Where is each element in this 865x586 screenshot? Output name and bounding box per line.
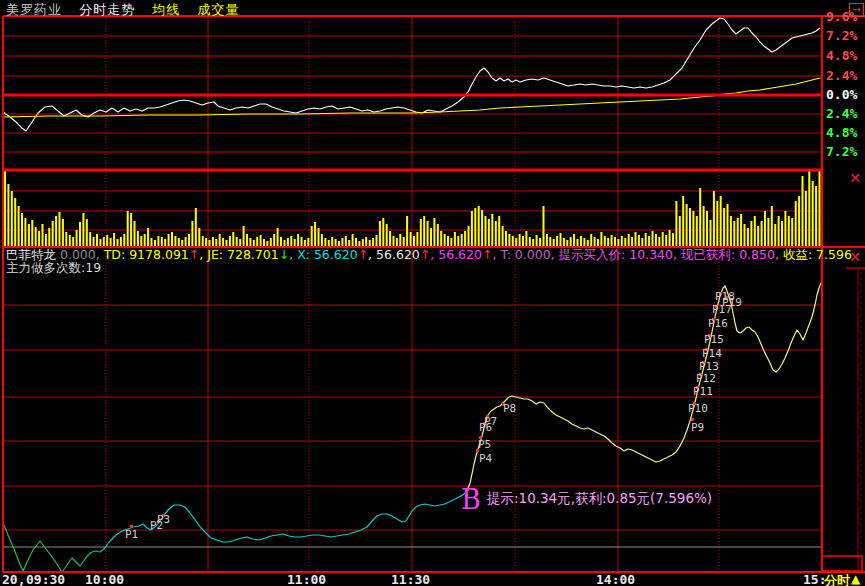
- percent-tick-label: 7.2%: [826, 28, 857, 43]
- point-label-p1: P1: [125, 528, 138, 541]
- time-tick-label: 20,: [2, 572, 25, 586]
- pane-borders: [3, 16, 865, 572]
- indicator-header-part: ↑: [189, 247, 199, 262]
- title-bar: 美罗药业 分时走势 均线 成交量: [6, 1, 251, 19]
- point-label-p4: P4: [479, 452, 492, 465]
- indicator-header-part: , JE: 728.701: [199, 247, 278, 262]
- point-label-p16: P16: [708, 317, 728, 330]
- indicator-header-part: 收益: 7.596: [779, 247, 852, 262]
- close-volume-pane-icon[interactable]: ✕: [847, 170, 863, 186]
- point-label-p9: P9: [691, 421, 704, 434]
- point-label-p11: P11: [693, 385, 713, 398]
- indicator-header-part: 提示买入价: 10.340,: [555, 247, 677, 262]
- ma-toggle-label[interactable]: 均线: [152, 2, 180, 17]
- time-tick-label: 09:30: [26, 572, 65, 586]
- fenshi-label[interactable]: 分时: [824, 572, 850, 586]
- buy-tip-text: 提示:10.34元,获利:0.85元(7.596%): [487, 490, 712, 508]
- indicator-header-part: , T: 0.000,: [492, 247, 554, 262]
- triangle-up-icon[interactable]: ▲: [851, 572, 860, 586]
- point-label-p13: P13: [699, 360, 719, 373]
- stock-name-label: 美罗药业: [6, 2, 62, 17]
- indicator-header-part: ↑: [358, 247, 368, 262]
- percent-tick-label: 0.0%: [826, 87, 857, 102]
- time-tick-label: 15:: [803, 572, 826, 586]
- indicator-header-part: ↑: [482, 247, 492, 262]
- time-tick-label: 14:00: [596, 572, 635, 586]
- point-label-p8: P8: [503, 402, 516, 415]
- indicator-header-part: , 56.620: [368, 247, 420, 262]
- point-label-p12: P12: [696, 372, 716, 385]
- percent-tick-label: 9.6%: [826, 9, 857, 24]
- indicator-header-part: ↑: [420, 247, 430, 262]
- volume-toggle-label[interactable]: 成交量: [197, 2, 239, 17]
- point-label-p19: P19: [722, 296, 742, 309]
- indicator-line2: 主力做多次数:19: [6, 260, 101, 277]
- indicator-header-part: , X: 56.620: [289, 247, 357, 262]
- point-label-p10: P10: [688, 402, 708, 415]
- point-label-p7: P7: [484, 415, 497, 428]
- point-label-p5: P5: [478, 438, 491, 451]
- time-tick-label: 11:30: [391, 572, 430, 586]
- point-label-p14: P14: [702, 347, 722, 360]
- indicator-header-part: , 56.620: [430, 247, 482, 262]
- chart-canvas[interactable]: [0, 0, 865, 586]
- view-mode-label[interactable]: 分时走势: [79, 2, 135, 17]
- indicator-header: 巴菲特龙 0.000, TD: 9178.091↑, JE: 728.701↓,…: [6, 247, 852, 264]
- indicator-header-part: TD: 9178.091: [100, 247, 189, 262]
- time-tick-label: 11:00: [287, 572, 326, 586]
- stock-app-window: 美罗药业 分时走势 均线 成交量 → 9.6%7.2%4.8%2.4%0.0%2…: [0, 0, 865, 586]
- point-label-p3: P3: [157, 513, 170, 526]
- percent-tick-label: 7.2%: [826, 144, 857, 159]
- percent-tick-label: 2.4%: [826, 106, 857, 121]
- indicator-header-part: ↓: [279, 247, 289, 262]
- percent-tick-label: 2.4%: [826, 68, 857, 83]
- percent-tick-label: 4.8%: [826, 48, 857, 63]
- time-tick-label: 10:00: [85, 572, 124, 586]
- point-label-p15: P15: [704, 333, 724, 346]
- percent-tick-label: 4.8%: [826, 125, 857, 140]
- grid-lines: [3, 16, 822, 572]
- buy-signal-marker: B: [461, 486, 481, 513]
- indicator-header-part: 现已获利: 0.850,: [677, 247, 779, 262]
